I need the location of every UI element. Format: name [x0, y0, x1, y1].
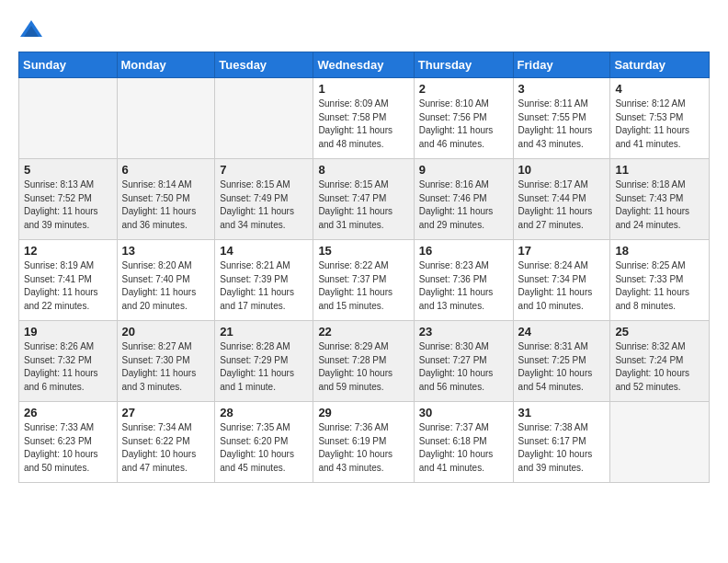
- day-number: 10: [518, 163, 606, 177]
- calendar-week-row: 26Sunrise: 7:33 AMSunset: 6:23 PMDayligh…: [19, 402, 710, 483]
- day-info: Sunrise: 8:31 AMSunset: 7:25 PMDaylight:…: [518, 340, 606, 394]
- day-number: 3: [518, 82, 606, 96]
- calendar-cell: 27Sunrise: 7:34 AMSunset: 6:22 PMDayligh…: [117, 402, 215, 483]
- calendar-cell: 18Sunrise: 8:25 AMSunset: 7:33 PMDayligh…: [610, 240, 710, 321]
- day-number: 6: [122, 163, 210, 177]
- weekday-header-saturday: Saturday: [610, 52, 710, 78]
- day-number: 31: [518, 406, 606, 419]
- page: SundayMondayTuesdayWednesdayThursdayFrid…: [0, 0, 728, 563]
- day-info: Sunrise: 8:16 AMSunset: 7:46 PMDaylight:…: [419, 178, 508, 232]
- day-info: Sunrise: 8:23 AMSunset: 7:36 PMDaylight:…: [419, 259, 508, 313]
- day-number: 11: [615, 163, 704, 177]
- day-number: 1: [318, 82, 408, 96]
- calendar-cell: [215, 78, 313, 159]
- day-number: 16: [419, 244, 508, 258]
- calendar-cell: 23Sunrise: 8:30 AMSunset: 7:27 PMDayligh…: [414, 321, 513, 402]
- day-info: Sunrise: 7:37 AMSunset: 6:18 PMDaylight:…: [419, 421, 508, 475]
- calendar-cell: 24Sunrise: 8:31 AMSunset: 7:25 PMDayligh…: [513, 321, 610, 402]
- day-info: Sunrise: 8:30 AMSunset: 7:27 PMDaylight:…: [419, 340, 508, 394]
- day-number: 4: [615, 82, 704, 96]
- day-info: Sunrise: 8:14 AMSunset: 7:50 PMDaylight:…: [122, 178, 210, 232]
- day-info: Sunrise: 7:38 AMSunset: 6:17 PMDaylight:…: [518, 421, 606, 475]
- calendar-cell: 19Sunrise: 8:26 AMSunset: 7:32 PMDayligh…: [19, 321, 118, 402]
- calendar-cell: 29Sunrise: 7:36 AMSunset: 6:19 PMDayligh…: [313, 402, 414, 483]
- calendar-cell: 3Sunrise: 8:11 AMSunset: 7:55 PMDaylight…: [513, 78, 610, 159]
- day-info: Sunrise: 8:09 AMSunset: 7:58 PMDaylight:…: [318, 98, 408, 151]
- calendar-table: SundayMondayTuesdayWednesdayThursdayFrid…: [18, 52, 710, 483]
- calendar-week-row: 12Sunrise: 8:19 AMSunset: 7:41 PMDayligh…: [19, 240, 710, 321]
- day-number: 25: [615, 325, 704, 339]
- calendar-cell: [19, 78, 118, 159]
- day-number: 14: [220, 244, 308, 258]
- day-number: 15: [318, 244, 408, 258]
- calendar-cell: 11Sunrise: 8:18 AMSunset: 7:43 PMDayligh…: [610, 159, 710, 240]
- day-info: Sunrise: 8:15 AMSunset: 7:49 PMDaylight:…: [220, 178, 308, 232]
- calendar-week-row: 19Sunrise: 8:26 AMSunset: 7:32 PMDayligh…: [19, 321, 710, 402]
- day-number: 5: [24, 163, 112, 177]
- calendar-cell: 6Sunrise: 8:14 AMSunset: 7:50 PMDaylight…: [117, 159, 215, 240]
- day-info: Sunrise: 8:25 AMSunset: 7:33 PMDaylight:…: [615, 259, 704, 313]
- day-number: 18: [615, 244, 704, 258]
- day-number: 7: [220, 163, 308, 177]
- day-info: Sunrise: 7:33 AMSunset: 6:23 PMDaylight:…: [24, 421, 112, 475]
- calendar-week-row: 5Sunrise: 8:13 AMSunset: 7:52 PMDaylight…: [19, 159, 710, 240]
- header: [18, 17, 710, 42]
- day-number: 12: [24, 244, 112, 258]
- day-info: Sunrise: 8:29 AMSunset: 7:28 PMDaylight:…: [318, 340, 408, 394]
- calendar-cell: 12Sunrise: 8:19 AMSunset: 7:41 PMDayligh…: [19, 240, 118, 321]
- calendar-cell: 13Sunrise: 8:20 AMSunset: 7:40 PMDayligh…: [117, 240, 215, 321]
- day-number: 24: [518, 325, 606, 339]
- day-number: 9: [419, 163, 508, 177]
- day-info: Sunrise: 8:21 AMSunset: 7:39 PMDaylight:…: [220, 259, 308, 313]
- day-number: 8: [318, 163, 408, 177]
- day-number: 23: [419, 325, 508, 339]
- day-info: Sunrise: 8:22 AMSunset: 7:37 PMDaylight:…: [318, 259, 408, 313]
- calendar-cell: 30Sunrise: 7:37 AMSunset: 6:18 PMDayligh…: [414, 402, 513, 483]
- calendar-cell: 17Sunrise: 8:24 AMSunset: 7:34 PMDayligh…: [513, 240, 610, 321]
- weekday-header-friday: Friday: [513, 52, 610, 78]
- calendar-cell: 10Sunrise: 8:17 AMSunset: 7:44 PMDayligh…: [513, 159, 610, 240]
- day-number: 28: [220, 406, 308, 419]
- day-number: 22: [318, 325, 408, 339]
- day-info: Sunrise: 8:26 AMSunset: 7:32 PMDaylight:…: [24, 340, 112, 394]
- weekday-header-wednesday: Wednesday: [313, 52, 414, 78]
- logo: [18, 17, 48, 42]
- day-number: 27: [122, 406, 210, 419]
- calendar-cell: 8Sunrise: 8:15 AMSunset: 7:47 PMDaylight…: [313, 159, 414, 240]
- logo-icon: [18, 17, 44, 42]
- day-number: 21: [220, 325, 308, 339]
- calendar-cell: 9Sunrise: 8:16 AMSunset: 7:46 PMDaylight…: [414, 159, 513, 240]
- day-info: Sunrise: 7:34 AMSunset: 6:22 PMDaylight:…: [122, 421, 210, 475]
- day-info: Sunrise: 8:24 AMSunset: 7:34 PMDaylight:…: [518, 259, 606, 313]
- calendar-cell: 22Sunrise: 8:29 AMSunset: 7:28 PMDayligh…: [313, 321, 414, 402]
- day-number: 30: [419, 406, 508, 419]
- day-info: Sunrise: 7:36 AMSunset: 6:19 PMDaylight:…: [318, 421, 408, 475]
- day-number: 2: [419, 82, 508, 96]
- day-info: Sunrise: 8:11 AMSunset: 7:55 PMDaylight:…: [518, 98, 606, 151]
- calendar-cell: 31Sunrise: 7:38 AMSunset: 6:17 PMDayligh…: [513, 402, 610, 483]
- calendar-cell: 1Sunrise: 8:09 AMSunset: 7:58 PMDaylight…: [313, 78, 414, 159]
- calendar-cell: 25Sunrise: 8:32 AMSunset: 7:24 PMDayligh…: [610, 321, 710, 402]
- weekday-header-monday: Monday: [117, 52, 215, 78]
- day-number: 29: [318, 406, 408, 419]
- day-number: 26: [24, 406, 112, 419]
- day-info: Sunrise: 8:15 AMSunset: 7:47 PMDaylight:…: [318, 178, 408, 232]
- day-info: Sunrise: 8:18 AMSunset: 7:43 PMDaylight:…: [615, 178, 704, 232]
- calendar-cell: [610, 402, 710, 483]
- weekday-header-thursday: Thursday: [414, 52, 513, 78]
- day-info: Sunrise: 7:35 AMSunset: 6:20 PMDaylight:…: [220, 421, 308, 475]
- weekday-header-sunday: Sunday: [19, 52, 118, 78]
- day-info: Sunrise: 8:20 AMSunset: 7:40 PMDaylight:…: [122, 259, 210, 313]
- calendar-cell: 4Sunrise: 8:12 AMSunset: 7:53 PMDaylight…: [610, 78, 710, 159]
- day-number: 19: [24, 325, 112, 339]
- day-info: Sunrise: 8:28 AMSunset: 7:29 PMDaylight:…: [220, 340, 308, 394]
- day-info: Sunrise: 8:13 AMSunset: 7:52 PMDaylight:…: [24, 178, 112, 232]
- weekday-header-tuesday: Tuesday: [215, 52, 313, 78]
- day-info: Sunrise: 8:32 AMSunset: 7:24 PMDaylight:…: [615, 340, 704, 394]
- day-number: 17: [518, 244, 606, 258]
- calendar-cell: 15Sunrise: 8:22 AMSunset: 7:37 PMDayligh…: [313, 240, 414, 321]
- day-info: Sunrise: 8:12 AMSunset: 7:53 PMDaylight:…: [615, 98, 704, 151]
- calendar-cell: 20Sunrise: 8:27 AMSunset: 7:30 PMDayligh…: [117, 321, 215, 402]
- calendar-cell: 7Sunrise: 8:15 AMSunset: 7:49 PMDaylight…: [215, 159, 313, 240]
- day-info: Sunrise: 8:17 AMSunset: 7:44 PMDaylight:…: [518, 178, 606, 232]
